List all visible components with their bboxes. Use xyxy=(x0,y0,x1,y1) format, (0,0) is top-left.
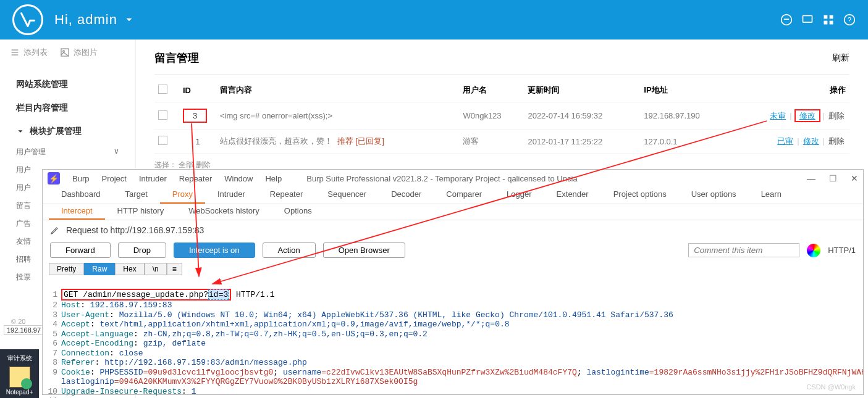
tab-proxy[interactable]: Proxy xyxy=(160,187,205,204)
svg-rect-3 xyxy=(824,15,828,19)
tab-project-options[interactable]: Project options xyxy=(601,187,679,204)
cell-ip: 127.0.0.1 xyxy=(640,130,730,154)
forward-button[interactable]: Forward xyxy=(50,243,111,258)
grid-icon[interactable] xyxy=(822,14,835,26)
subtab-intercept[interactable]: Intercept xyxy=(49,204,105,220)
menu-repeater[interactable]: Repeater xyxy=(179,174,212,183)
viewtab-hex[interactable]: Hex xyxy=(115,263,144,275)
window-title: Burp Suite Professional v2021.8.2 - Temp… xyxy=(306,174,577,183)
table-row: 1 站点很好很漂亮，超喜欢，赞！推荐 [已回复] 游客 2012-01-17 1… xyxy=(154,130,849,154)
sidebar-item-module[interactable]: 模块扩展管理 xyxy=(0,120,135,143)
row-id-highlight: 3 xyxy=(183,109,207,123)
delete-link[interactable]: 删除 xyxy=(828,136,845,146)
checkbox[interactable] xyxy=(158,136,167,145)
screen-icon[interactable] xyxy=(801,14,814,26)
col-updated: 更新时间 xyxy=(524,78,640,102)
menu-project[interactable]: Project xyxy=(101,174,126,183)
viewtab-menu-icon[interactable]: ≡ xyxy=(167,263,182,275)
request-raw[interactable]: 1GET /admin/message_update.php?id=3 HTTP… xyxy=(43,278,863,398)
pencil-icon[interactable] xyxy=(50,225,60,235)
svg-rect-2 xyxy=(803,15,812,22)
subtab-options[interactable]: Options xyxy=(272,204,324,220)
taskbar-item[interactable]: 审计系统 xyxy=(2,352,36,365)
topbar: Hi, admin ? xyxy=(0,0,868,39)
tab-target[interactable]: Target xyxy=(113,187,160,204)
svg-rect-5 xyxy=(824,21,828,25)
help-icon[interactable]: ? xyxy=(843,14,856,26)
svg-text:?: ? xyxy=(848,16,851,23)
tab-learn[interactable]: Learn xyxy=(749,187,794,204)
taskbar-label: Notepad+ xyxy=(2,389,36,396)
subtab-http-history[interactable]: HTTP history xyxy=(105,204,177,220)
add-image-button[interactable]: 添图片 xyxy=(60,47,98,58)
http-label: HTTP/1 xyxy=(828,246,856,255)
checkbox-all[interactable] xyxy=(158,85,167,94)
menu-window[interactable]: Window xyxy=(224,174,253,183)
menu-help[interactable]: Help xyxy=(265,174,282,183)
tab-repeater[interactable]: Repeater xyxy=(258,187,315,204)
action-button[interactable]: Action xyxy=(263,243,316,258)
tab-user-options[interactable]: User options xyxy=(679,187,749,204)
burp-main-tabs: Dashboard Target Proxy Intruder Repeater… xyxy=(43,187,863,204)
color-wheel-icon[interactable] xyxy=(807,244,820,257)
tab-comparer[interactable]: Comparer xyxy=(434,187,494,204)
refresh-button[interactable]: 刷新 xyxy=(832,52,849,64)
col-content: 留言内容 xyxy=(216,78,459,102)
sidebar-item-site[interactable]: 网站系统管理 xyxy=(0,73,135,96)
viewtab-pretty[interactable]: Pretty xyxy=(49,263,84,275)
col-ops: 操作 xyxy=(730,78,849,102)
comment-input[interactable] xyxy=(688,243,799,257)
edit-link[interactable]: 修改 xyxy=(803,136,819,146)
edit-link[interactable]: 修改 xyxy=(799,111,815,120)
message-icon[interactable] xyxy=(780,14,793,26)
tab-sequencer[interactable]: Sequencer xyxy=(315,187,379,204)
tab-intruder[interactable]: Intruder xyxy=(205,187,258,204)
svg-rect-1 xyxy=(784,19,789,20)
audit-link[interactable]: 未审 xyxy=(770,111,786,120)
taskbar: 审计系统 Notepad+ xyxy=(0,349,39,398)
sidebar-item-column[interactable]: 栏目内容管理 xyxy=(0,96,135,120)
logo-icon xyxy=(12,4,43,35)
chevron-down-icon xyxy=(16,127,25,136)
cell-user: W0ngk123 xyxy=(459,102,524,130)
checkbox[interactable] xyxy=(158,110,167,120)
message-table: ID 留言内容 用户名 更新时间 IP地址 操作 3 <img src=# on… xyxy=(154,78,849,154)
greeting: Hi, admin xyxy=(54,12,117,28)
menu-intruder[interactable]: Intruder xyxy=(139,174,167,183)
cell-content: <img src=# onerror=alert(xss);> xyxy=(216,102,459,130)
tab-dashboard[interactable]: Dashboard xyxy=(49,187,113,204)
ip-tooltip: 192.168.97 xyxy=(4,325,44,335)
delete-link[interactable]: 删除 xyxy=(828,111,845,120)
subtab-websockets[interactable]: WebSockets history xyxy=(176,204,272,220)
maximize-icon[interactable]: ☐ xyxy=(829,173,837,183)
notepad-icon[interactable] xyxy=(9,367,30,388)
svg-rect-4 xyxy=(830,15,833,19)
viewtab-newline[interactable]: \n xyxy=(145,263,167,275)
tab-extender[interactable]: Extender xyxy=(544,187,601,204)
cell-content: 站点很好很漂亮，超喜欢，赞！推荐 [已回复] xyxy=(216,130,459,154)
cell-id: 1 xyxy=(179,130,216,154)
watermark: CSDN @W0ngk xyxy=(806,383,856,391)
svg-point-13 xyxy=(63,51,65,52)
burp-sub-tabs: Intercept HTTP history WebSockets histor… xyxy=(43,204,863,220)
table-row: 3 <img src=# onerror=alert(xss);> W0ngk1… xyxy=(154,102,849,130)
sidebar-sub-user[interactable]: 用户管理∨ xyxy=(0,143,135,161)
panel-title: 留言管理 xyxy=(154,51,199,65)
tab-decoder[interactable]: Decoder xyxy=(379,187,434,204)
chevron-down-icon[interactable] xyxy=(124,14,135,25)
col-id: ID xyxy=(179,78,216,102)
request-to-label: Request to http://192.168.97.159:83 xyxy=(66,225,204,235)
minimize-icon[interactable]: — xyxy=(807,173,815,183)
audit-link[interactable]: 已审 xyxy=(777,136,793,146)
menu-burp[interactable]: Burp xyxy=(72,174,89,183)
tab-logger[interactable]: Logger xyxy=(494,187,544,204)
close-icon[interactable]: ✕ xyxy=(851,173,858,183)
drop-button[interactable]: Drop xyxy=(118,243,166,258)
intercept-button[interactable]: Intercept is on xyxy=(174,243,255,258)
cell-updated: 2022-07-14 16:59:32 xyxy=(524,102,640,130)
id-param-highlight: id=3 xyxy=(208,289,229,300)
open-browser-button[interactable]: Open Browser xyxy=(323,243,405,258)
viewtab-raw[interactable]: Raw xyxy=(84,263,115,275)
add-list-button[interactable]: 添列表 xyxy=(10,47,48,58)
burp-logo-icon: ⚡ xyxy=(48,172,60,184)
